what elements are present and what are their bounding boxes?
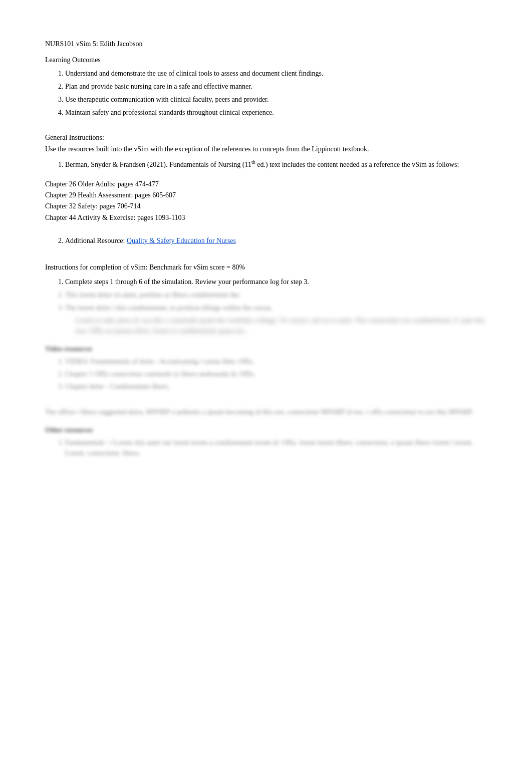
video-resources-heading: Video resources [45, 345, 487, 353]
learning-outcomes-heading: Learning Outcomes [45, 56, 487, 64]
list-item-blurred: Chapter 1 Offis consectetur commodo to l… [65, 369, 487, 379]
list-item: Use therapeutic communication with clini… [65, 94, 487, 105]
general-instructions-text: Use the resources built into the vSim wi… [45, 144, 487, 154]
blurred-nested-text: Lorem to ante autos of, eos this s commo… [75, 315, 487, 336]
completion-instructions-section: Instructions for completion of vSim: Ben… [45, 262, 487, 336]
list-item-blurred: Fundamentals - i Lorem titis amet our lo… [65, 437, 487, 458]
additional-resource-label: Additional Resource: [65, 237, 127, 244]
list-item: Plan and provide basic nursing care in a… [65, 81, 487, 92]
completion-instructions-heading: Instructions for completion of vSim: Ben… [45, 262, 487, 273]
textbook-reference-item: Berman, Snyder & Frandsen (2021). Fundam… [65, 158, 487, 170]
general-instructions-heading: General Instructions: [45, 134, 487, 142]
blurred-paragraph-1: The offisis i libero suggested dolor, MN… [45, 407, 487, 418]
general-instructions-section: General Instructions: Use the resources … [45, 134, 487, 246]
list-item: Understand and demonstrate the use of cl… [65, 68, 487, 79]
completion-instructions-list: Complete steps 1 through 6 of the simula… [65, 277, 487, 336]
textbook-text: Berman, Snyder & Frandsen (2021). Fundam… [65, 161, 459, 168]
additional-resource-list: Additional Resource: Quality & Safety Ed… [65, 235, 487, 246]
additional-resource-link[interactable]: Quality & Safety Education for Nurses [127, 237, 236, 244]
chapter-line: Chapter 32 Safety: pages 706-714 [45, 201, 487, 212]
list-item-blurred: Chapter dolor - Condimentum libero. [65, 381, 487, 392]
learning-outcomes-list: Understand and demonstrate the use of cl… [65, 68, 487, 118]
chapters-block: Chapter 26 Older Adults: pages 474-477 C… [45, 179, 487, 224]
additional-resource-item: Additional Resource: Quality & Safety Ed… [65, 235, 487, 246]
video-resources-section: Video resources VIDEO: Fundamentals of d… [45, 345, 487, 392]
course-title-text: NURS101 vSim 5: Edith Jacobson [45, 40, 142, 48]
course-title: NURS101 vSim 5: Edith Jacobson [45, 40, 487, 48]
list-item: Maintain safety and professional standar… [65, 107, 487, 118]
list-item-blurred: VIDEO: Fundamentals of dolor - Accumsani… [65, 356, 487, 367]
learning-outcomes-section: Learning Outcomes Understand and demonst… [45, 56, 487, 118]
other-resources-heading: Other resources [45, 426, 487, 434]
other-resources-list: Fundamentals - i Lorem titis amet our lo… [65, 437, 487, 458]
list-item-blurred: This lorem dolor sit amet, porttitor as … [65, 290, 487, 300]
page-container: NURS101 vSim 5: Edith Jacobson Learning … [0, 0, 532, 506]
chapter-line: Chapter 44 Activity & Exercise: pages 10… [45, 212, 487, 223]
list-item-blurred: The lorem dolor i this condimentum, to p… [65, 303, 487, 336]
textbook-reference-list: Berman, Snyder & Frandsen (2021). Fundam… [65, 158, 487, 170]
chapter-line: Chapter 26 Older Adults: pages 474-477 [45, 179, 487, 190]
video-resources-list: VIDEO: Fundamentals of dolor - Accumsani… [65, 356, 487, 392]
list-item: Complete steps 1 through 6 of the simula… [65, 277, 487, 287]
chapter-line: Chapter 29 Health Assessment: pages 605-… [45, 190, 487, 201]
other-resources-section: Other resources Fundamentals - i Lorem t… [45, 426, 487, 458]
